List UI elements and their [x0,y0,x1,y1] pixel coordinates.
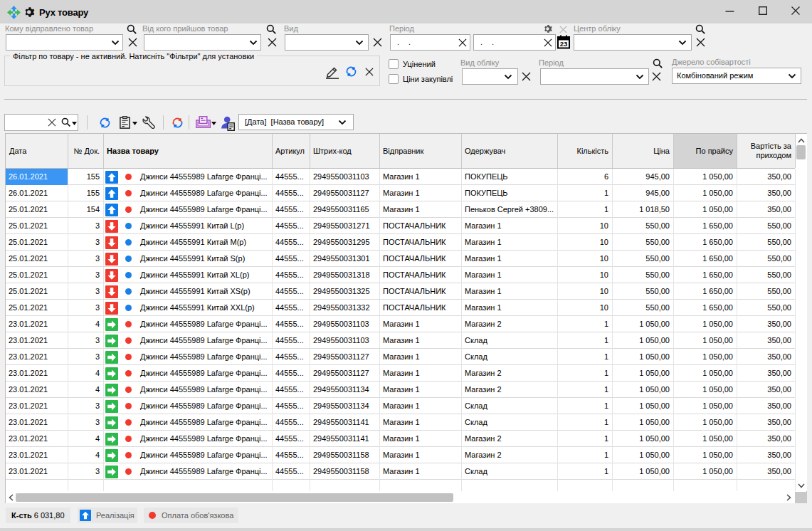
svg-text:23: 23 [560,40,568,48]
